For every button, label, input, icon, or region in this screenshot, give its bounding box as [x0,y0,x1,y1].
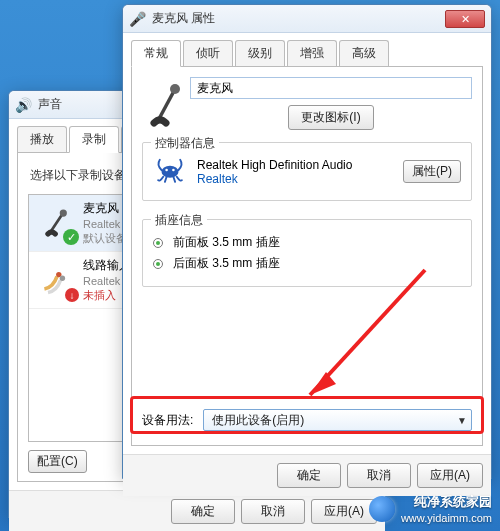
controller-legend: 控制器信息 [151,135,219,152]
jack-info-section: 插座信息 前面板 3.5 mm 插座 后面板 3.5 mm 插座 [142,219,472,287]
sound-bottom-buttons: 确定 取消 应用(A) [9,490,385,531]
tab-general[interactable]: 常规 [131,40,181,67]
device-usage-label: 设备用法: [142,412,193,429]
watermark-url: www.yidaimm.com [401,511,492,525]
controller-properties-button[interactable]: 属性(P) [403,160,461,183]
watermark: 纯净系统家园 www.yidaimm.com [369,494,492,525]
check-icon: ✓ [63,229,79,245]
line-in-icon: ↓ [37,260,77,300]
mic-window-title: 麦克风 属性 [152,10,445,27]
jack-label: 前面板 3.5 mm 插座 [173,234,280,251]
cancel-button[interactable]: 取消 [241,499,305,524]
jack-front: 前面板 3.5 mm 插座 [153,234,461,251]
mic-large-icon [142,79,190,129]
controller-vendor-link[interactable]: Realtek [197,172,403,186]
warn-icon: ↓ [65,288,79,302]
tab-advanced[interactable]: 高级 [339,40,389,67]
microphone-icon: ✓ [37,203,77,243]
tab-recording[interactable]: 录制 [69,126,119,153]
svg-point-0 [60,210,67,217]
tab-levels[interactable]: 级别 [235,40,285,67]
device-usage-dropdown[interactable]: 使用此设备(启用) ▼ [203,409,472,431]
controller-device-name: Realtek High Definition Audio [197,158,403,172]
change-icon-button[interactable]: 更改图标(I) [288,105,373,130]
svg-point-3 [170,84,180,94]
watermark-logo-icon [369,496,395,522]
jack-rear: 后面板 3.5 mm 插座 [153,255,461,272]
tab-enhance[interactable]: 增强 [287,40,337,67]
mic-tab-body: 更改图标(I) 控制器信息 Realtek High Definition Au… [131,66,483,446]
controller-info-section: 控制器信息 Realtek High Definition Audio Real… [142,142,472,201]
configure-button[interactable]: 配置(C) [28,450,87,473]
device-usage-value: 使用此设备(启用) [212,412,457,429]
jack-dot-icon [153,259,163,269]
mic-bottom-buttons: 确定 取消 应用(A) [123,454,491,496]
ok-button[interactable]: 确定 [171,499,235,524]
mic-properties-window: 🎤 麦克风 属性 ✕ 常规 侦听 级别 增强 高级 更改图标(I) 控制器信息 [122,4,492,479]
chevron-down-icon: ▼ [457,415,467,426]
cancel-button[interactable]: 取消 [347,463,411,488]
mic-tabs: 常规 侦听 级别 增强 高级 [123,33,491,66]
apply-button[interactable]: 应用(A) [417,463,483,488]
realtek-crab-icon [153,153,197,190]
close-button[interactable]: ✕ [445,10,485,28]
mic-header-row: 更改图标(I) [142,77,472,130]
speaker-icon: 🔊 [15,97,32,113]
jack-label: 后面板 3.5 mm 插座 [173,255,280,272]
watermark-brand: 纯净系统家园 [401,494,492,511]
mic-titlebar[interactable]: 🎤 麦克风 属性 ✕ [123,5,491,33]
apply-button[interactable]: 应用(A) [311,499,377,524]
jack-dot-icon [153,238,163,248]
jack-legend: 插座信息 [151,212,207,229]
svg-point-6 [172,169,175,172]
svg-point-4 [162,166,179,178]
tab-listen[interactable]: 侦听 [183,40,233,67]
mic-titlebar-icon: 🎤 [129,11,146,27]
svg-point-5 [165,169,168,172]
ok-button[interactable]: 确定 [277,463,341,488]
mic-name-input[interactable] [190,77,472,99]
tab-playback[interactable]: 播放 [17,126,67,153]
svg-point-2 [60,276,65,281]
